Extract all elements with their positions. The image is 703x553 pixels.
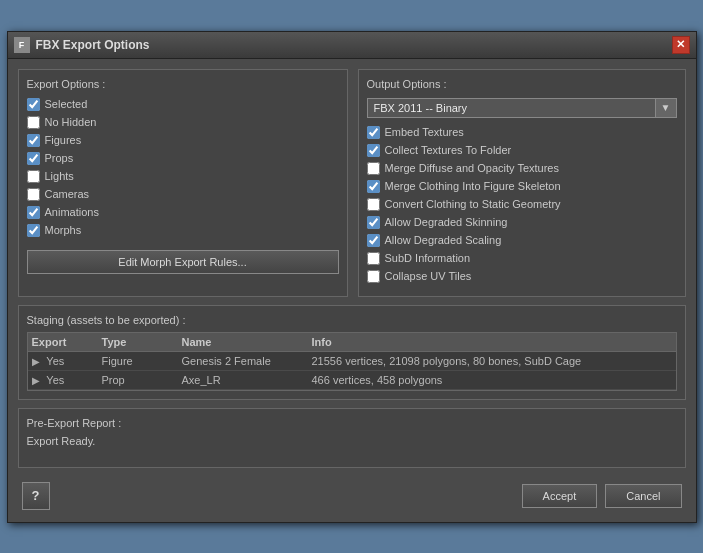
checkbox-props-label: Props [45,152,74,164]
checkbox-merge-clothing-label: Merge Clothing Into Figure Skeleton [385,180,561,192]
window-title: FBX Export Options [36,38,150,52]
row2-type: Prop [102,374,182,386]
row2-info: 466 vertices, 458 polygons [312,374,672,386]
checkbox-cameras-label: Cameras [45,188,90,200]
row1-name: Genesis 2 Female [182,355,312,367]
accept-button[interactable]: Accept [522,484,598,508]
checkbox-merge-diffuse-label: Merge Diffuse and Opacity Textures [385,162,559,174]
checkbox-collapse-uv-input[interactable] [367,270,380,283]
app-icon: F [14,37,30,53]
checkbox-figures-input[interactable] [27,134,40,147]
output-options-title: Output Options : [367,78,677,90]
checkbox-lights-label: Lights [45,170,74,182]
checkbox-collect-textures-label: Collect Textures To Folder [385,144,512,156]
checkbox-selected-label: Selected [45,98,88,110]
row2-name: Axe_LR [182,374,312,386]
table-header: Export Type Name Info [28,333,676,352]
checkbox-no-hidden: No Hidden [27,116,339,129]
checkbox-merge-diffuse: Merge Diffuse and Opacity Textures [367,162,677,175]
checkbox-allow-degraded-scaling-label: Allow Degraded Scaling [385,234,502,246]
checkbox-allow-degraded-skinning-input[interactable] [367,216,380,229]
checkbox-no-hidden-label: No Hidden [45,116,97,128]
checkbox-merge-clothing: Merge Clothing Into Figure Skeleton [367,180,677,193]
checkbox-subd-information: SubD Information [367,252,677,265]
checkbox-convert-clothing-label: Convert Clothing to Static Geometry [385,198,561,210]
row2-export: ▶ Yes [32,374,102,386]
row1-info: 21556 vertices, 21098 polygons, 80 bones… [312,355,672,367]
col-header-info: Info [312,336,672,348]
checkbox-embed-textures-input[interactable] [367,126,380,139]
checkbox-embed-textures-label: Embed Textures [385,126,464,138]
checkbox-morphs-input[interactable] [27,224,40,237]
checkbox-selected-input[interactable] [27,98,40,111]
checkbox-embed-textures: Embed Textures [367,126,677,139]
export-options-panel: Export Options : Selected No Hidden Figu… [18,69,348,297]
checkbox-animations-label: Animations [45,206,99,218]
checkbox-convert-clothing-input[interactable] [367,198,380,211]
edit-morph-button[interactable]: Edit Morph Export Rules... [27,250,339,274]
checkbox-allow-degraded-scaling-input[interactable] [367,234,380,247]
col-header-export: Export [32,336,102,348]
col-header-type: Type [102,336,182,348]
checkbox-props-input[interactable] [27,152,40,165]
bottom-bar: ? Accept Cancel [18,476,686,512]
checkbox-subd-information-label: SubD Information [385,252,471,264]
row1-type: Figure [102,355,182,367]
format-dropdown-wrapper[interactable]: FBX 2011 -- Binary FBX 2011 -- ASCII FBX… [367,98,677,118]
fbx-export-dialog: F FBX Export Options ✕ Export Options : … [7,31,697,523]
checkbox-cameras: Cameras [27,188,339,201]
checkbox-morphs: Morphs [27,224,339,237]
checkbox-subd-information-input[interactable] [367,252,380,265]
checkbox-lights-input[interactable] [27,170,40,183]
close-button[interactable]: ✕ [672,36,690,54]
table-row[interactable]: ▶ Yes Figure Genesis 2 Female 21556 vert… [28,352,676,371]
checkbox-props: Props [27,152,339,165]
checkbox-collect-textures: Collect Textures To Folder [367,144,677,157]
checkbox-cameras-input[interactable] [27,188,40,201]
checkbox-collapse-uv: Collapse UV Tiles [367,270,677,283]
checkbox-collapse-uv-label: Collapse UV Tiles [385,270,472,282]
checkbox-animations-input[interactable] [27,206,40,219]
help-button[interactable]: ? [22,482,50,510]
checkbox-animations: Animations [27,206,339,219]
main-content: Export Options : Selected No Hidden Figu… [8,59,696,522]
checkbox-figures-label: Figures [45,134,82,146]
staging-panel: Staging (assets to be exported) : Export… [18,305,686,400]
col-header-name: Name [182,336,312,348]
checkbox-selected: Selected [27,98,339,111]
top-panels: Export Options : Selected No Hidden Figu… [18,69,686,297]
checkbox-allow-degraded-skinning-label: Allow Degraded Skinning [385,216,508,228]
checkbox-merge-diffuse-input[interactable] [367,162,380,175]
pre-export-title: Pre-Export Report : [27,417,677,429]
row1-export: ▶ Yes [32,355,102,367]
title-bar: F FBX Export Options ✕ [8,32,696,59]
checkbox-no-hidden-input[interactable] [27,116,40,129]
checkbox-figures: Figures [27,134,339,147]
format-dropdown[interactable]: FBX 2011 -- Binary FBX 2011 -- ASCII FBX… [367,98,677,118]
staging-table: Export Type Name Info ▶ Yes Figure Genes… [27,332,677,391]
row-expand-icon: ▶ [32,356,40,367]
row-expand-icon: ▶ [32,375,40,386]
staging-title: Staging (assets to be exported) : [27,314,677,326]
checkbox-merge-clothing-input[interactable] [367,180,380,193]
pre-export-panel: Pre-Export Report : Export Ready. [18,408,686,468]
export-options-title: Export Options : [27,78,339,90]
checkbox-allow-degraded-scaling: Allow Degraded Scaling [367,234,677,247]
table-row[interactable]: ▶ Yes Prop Axe_LR 466 vertices, 458 poly… [28,371,676,390]
checkbox-allow-degraded-skinning: Allow Degraded Skinning [367,216,677,229]
cancel-button[interactable]: Cancel [605,484,681,508]
action-buttons: Accept Cancel [522,484,682,508]
checkbox-collect-textures-input[interactable] [367,144,380,157]
checkbox-morphs-label: Morphs [45,224,82,236]
checkbox-convert-clothing: Convert Clothing to Static Geometry [367,198,677,211]
output-options-panel: Output Options : FBX 2011 -- Binary FBX … [358,69,686,297]
checkbox-lights: Lights [27,170,339,183]
pre-export-text: Export Ready. [27,435,677,447]
